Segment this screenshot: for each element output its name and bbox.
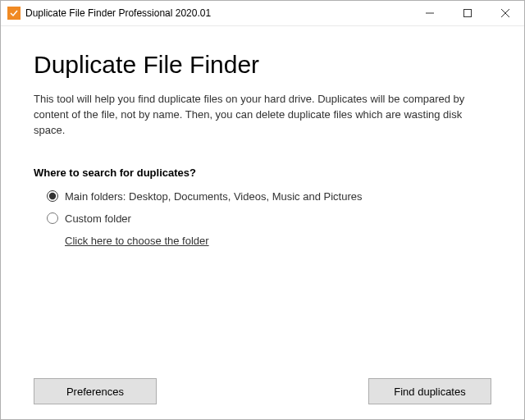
- maximize-button[interactable]: [449, 1, 486, 25]
- svg-rect-1: [464, 10, 472, 17]
- page-title: Duplicate File Finder: [34, 51, 491, 79]
- footer: Preferences Find duplicates: [34, 378, 491, 404]
- titlebar: Duplicate File Finder Professional 2020.…: [1, 1, 524, 26]
- radio-main-folders-input[interactable]: [47, 190, 58, 202]
- radio-custom-folder-input[interactable]: [47, 212, 58, 224]
- app-window: Duplicate File Finder Professional 2020.…: [0, 0, 525, 420]
- choose-folder-link[interactable]: Click here to choose the folder: [65, 235, 209, 247]
- window-controls: [411, 1, 524, 25]
- preferences-button[interactable]: Preferences: [34, 378, 157, 404]
- minimize-button[interactable]: [411, 1, 449, 25]
- content-area: Duplicate File Finder This tool will hel…: [1, 26, 524, 419]
- radio-custom-folder[interactable]: Custom folder: [47, 212, 491, 225]
- section-label: Where to search for duplicates?: [34, 167, 491, 179]
- radio-custom-folder-label: Custom folder: [65, 212, 131, 225]
- app-icon: [7, 7, 21, 20]
- close-button[interactable]: [486, 1, 524, 25]
- radio-main-folders[interactable]: Main folders: Desktop, Documents, Videos…: [47, 190, 491, 203]
- find-duplicates-button[interactable]: Find duplicates: [368, 378, 491, 404]
- choose-folder-row: Click here to choose the folder: [47, 235, 491, 247]
- window-title: Duplicate File Finder Professional 2020.…: [25, 7, 411, 19]
- description-text: This tool will help you find duplicate f…: [34, 92, 491, 139]
- radio-main-folders-label: Main folders: Desktop, Documents, Videos…: [65, 190, 362, 203]
- search-location-group: Main folders: Desktop, Documents, Videos…: [34, 190, 491, 247]
